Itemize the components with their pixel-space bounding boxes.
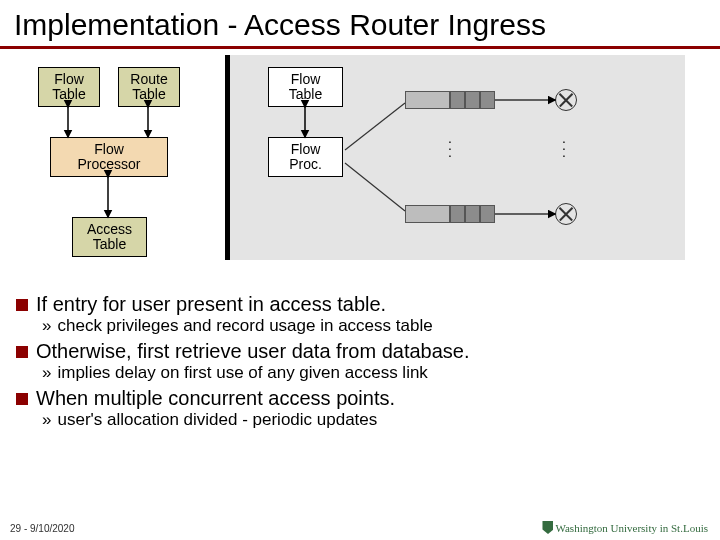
label: Flow Table <box>289 72 322 103</box>
box-access-table: Access Table <box>72 217 147 257</box>
label: Flow Table <box>52 72 85 103</box>
raquo-icon: » <box>42 410 51 430</box>
footer-text: 29 - 9/10/2020 <box>10 523 75 534</box>
bullet-text: Otherwise, first retrieve user data from… <box>36 340 470 363</box>
raquo-icon: » <box>42 316 51 336</box>
bullet-icon <box>16 299 28 311</box>
bullet-text: If entry for user present in access tabl… <box>36 293 386 316</box>
label: Access Table <box>87 222 132 253</box>
sub-bullet-1: » check privileges and record usage in a… <box>42 316 704 336</box>
bullet-list: If entry for user present in access tabl… <box>16 291 704 430</box>
logo-text: Washington University in St.Louis <box>555 522 708 534</box>
sub-bullet-3: » user's allocation divided - periodic u… <box>42 410 704 430</box>
dots-right: ... <box>562 135 566 156</box>
bullet-3: When multiple concurrent access points. <box>16 385 704 410</box>
bullet-2: Otherwise, first retrieve user data from… <box>16 338 704 363</box>
box-route-table: Route Table <box>118 67 180 107</box>
queue-top <box>405 91 495 109</box>
label: Route Table <box>130 72 167 103</box>
sub-text: implies delay on first use of any given … <box>57 363 427 383</box>
box-flow-processor: Flow Processor <box>50 137 168 177</box>
label: Flow Processor <box>77 142 140 173</box>
bullet-text: When multiple concurrent access points. <box>36 387 395 410</box>
dots-left: ... <box>448 135 452 156</box>
bullet-icon <box>16 393 28 405</box>
sub-text: check privileges and record usage in acc… <box>57 316 432 336</box>
title-underline <box>0 46 720 49</box>
slide-title: Implementation - Access Router Ingress <box>0 0 720 46</box>
raquo-icon: » <box>42 363 51 383</box>
bullet-icon <box>16 346 28 358</box>
box-flow-proc-right: Flow Proc. <box>268 137 343 177</box>
shield-icon <box>542 521 553 534</box>
box-flow-table-right: Flow Table <box>268 67 343 107</box>
university-logo: Washington University in St.Louis <box>542 521 708 534</box>
box-flow-table: Flow Table <box>38 67 100 107</box>
sub-bullet-2: » implies delay on first use of any give… <box>42 363 704 383</box>
cross-bottom <box>555 203 577 225</box>
diagram: Flow Table Flow Proc. ... ... Flow Table… <box>10 55 710 285</box>
queue-bottom <box>405 205 495 223</box>
label: Flow Proc. <box>289 142 322 173</box>
sub-text: user's allocation divided - periodic upd… <box>57 410 377 430</box>
cross-top <box>555 89 577 111</box>
bullet-1: If entry for user present in access tabl… <box>16 291 704 316</box>
